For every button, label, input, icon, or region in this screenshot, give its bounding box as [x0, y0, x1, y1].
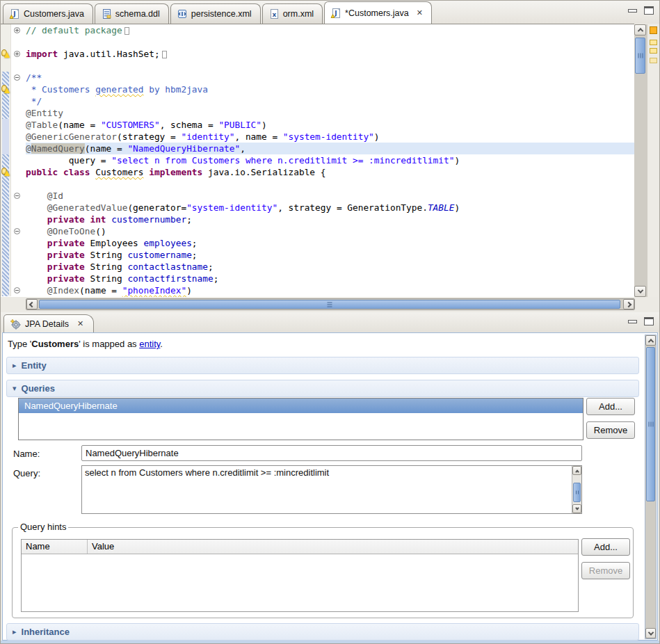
fold-expand-icon[interactable] — [14, 51, 20, 57]
marker-gutter — [1, 119, 10, 131]
maximize-icon[interactable] — [644, 317, 654, 325]
warning-icon[interactable] — [1, 85, 10, 94]
scroll-right-icon[interactable] — [623, 299, 634, 309]
scroll-up-icon[interactable] — [634, 24, 646, 35]
hints-column-value[interactable]: Value — [88, 540, 118, 554]
fold-collapse-icon[interactable] — [14, 193, 20, 199]
code-text — [26, 60, 634, 72]
query-list-item[interactable]: NamedQueryHibernate — [19, 399, 583, 413]
marker-gutter — [1, 24, 10, 36]
warning-marker[interactable] — [650, 48, 657, 54]
named-queries-list[interactable]: NamedQueryHibernate — [18, 398, 583, 440]
code-line: @Index(name = "phoneIndex") — [1, 284, 634, 296]
scroll-down-icon[interactable] — [645, 628, 656, 638]
warning-marker[interactable] — [650, 40, 657, 45]
remove-query-button[interactable]: Remove — [586, 421, 635, 439]
editor-tab-persistence.xml[interactable]: persistence.xml — [170, 3, 261, 24]
query-scrollbar[interactable] — [572, 466, 581, 513]
close-icon[interactable]: ✕ — [77, 320, 83, 328]
minimize-icon[interactable] — [628, 320, 637, 323]
scrollbar-thumb[interactable] — [646, 347, 655, 501]
marker-gutter — [1, 225, 10, 237]
svg-text:J: J — [334, 10, 337, 17]
minimize-icon[interactable] — [628, 9, 637, 13]
scroll-up-icon[interactable] — [645, 335, 656, 346]
fold-gutter — [10, 284, 26, 296]
fold-gutter — [10, 72, 26, 83]
code-line — [1, 178, 634, 190]
hints-column-name[interactable]: Name — [22, 540, 88, 554]
range-indicator — [2, 95, 9, 107]
maximize-icon[interactable] — [644, 6, 654, 15]
tab-label: persistence.xml — [191, 9, 252, 19]
code-line: * Customers generated by hbm2java — [1, 83, 634, 95]
marker-gutter — [1, 95, 10, 107]
folded-region-icon[interactable] — [162, 51, 167, 58]
warning-marker[interactable] — [650, 58, 657, 63]
xml-file-icon: x — [268, 8, 280, 19]
summary-text: . — [160, 339, 163, 349]
name-label: Name: — [13, 449, 40, 459]
code-line: @GenericGenerator(strategy = "identity",… — [1, 131, 634, 143]
scroll-down-icon[interactable] — [572, 504, 581, 513]
editor-tab-customers.java[interactable]: JCustomers.java — [3, 3, 93, 24]
scroll-down-icon[interactable] — [634, 286, 646, 297]
code-text: @GeneratedValue(generator="system-identi… — [26, 202, 634, 214]
code-line: @GeneratedValue(generator="system-identi… — [1, 202, 634, 214]
query-text-box: select n from Customers where n.creditli… — [81, 465, 582, 514]
warning-icon[interactable] — [1, 49, 10, 58]
fold-gutter — [10, 214, 26, 225]
code-text: public class Customers implements java.i… — [26, 166, 634, 178]
folded-region-icon[interactable] — [124, 27, 129, 35]
scrollbar-thumb[interactable] — [39, 300, 620, 309]
close-icon[interactable]: ✕ — [417, 9, 423, 17]
warning-icon[interactable] — [1, 168, 10, 177]
overview-warning-summary-icon[interactable] — [650, 26, 657, 34]
jpa-vertical-scrollbar[interactable] — [645, 335, 657, 639]
editor-tab-schema.ddl[interactable]: schema.ddl — [95, 3, 169, 24]
query-hints-group: Query hints NameValue — [12, 527, 634, 618]
editor-tab-customers.java[interactable]: J*Customers.java✕ — [324, 1, 432, 24]
query-name-input[interactable] — [81, 445, 582, 461]
tab-label: Customers.java — [24, 9, 84, 19]
java-file-warning-icon: J — [9, 8, 20, 19]
scroll-up-icon[interactable] — [572, 466, 581, 475]
code-text: @Entity — [26, 107, 634, 119]
fold-gutter — [10, 60, 26, 72]
fold-collapse-icon[interactable] — [14, 287, 20, 293]
code-line — [1, 36, 634, 48]
fold-gutter — [10, 249, 26, 261]
scroll-left-icon[interactable] — [26, 299, 38, 309]
scrollbar-thumb[interactable] — [635, 38, 645, 74]
add-query-button[interactable]: Add... — [586, 398, 635, 415]
query-text-input[interactable]: select n from Customers where n.creditli… — [83, 467, 571, 513]
remove-hint-button[interactable]: Remove — [581, 562, 630, 579]
code-line: import java.util.HashSet; — [1, 48, 634, 60]
code-line: public class Customers implements java.i… — [1, 166, 634, 178]
fold-collapse-icon[interactable] — [14, 228, 20, 234]
code-text: private int customernumber; — [26, 214, 634, 225]
editor-tab-orm.xml[interactable]: xorm.xml — [262, 3, 323, 24]
tab-jpa-details[interactable]: JPA Details ✕ — [3, 314, 94, 332]
fold-collapse-icon[interactable] — [14, 74, 20, 81]
java-file-warning-icon: J — [330, 8, 341, 19]
fold-gutter — [10, 24, 26, 36]
range-indicator — [2, 131, 9, 143]
code-editor[interactable]: // default packageimport java.util.HashS… — [1, 24, 634, 297]
query-hints-table[interactable]: NameValue — [21, 539, 579, 612]
add-hint-button[interactable]: Add... — [581, 538, 630, 556]
editor-horizontal-scrollbar[interactable] — [26, 298, 635, 310]
marker-gutter — [1, 249, 10, 261]
editor-vertical-scrollbar[interactable] — [634, 24, 647, 297]
section-entity[interactable]: ▸ Entity — [6, 357, 639, 374]
overview-ruler[interactable] — [648, 24, 659, 297]
query-label: Query: — [13, 468, 40, 478]
entity-link[interactable]: entity — [139, 339, 160, 349]
code-text: @NamedQuery(name = "NamedQueryHibernate"… — [26, 143, 634, 154]
section-inheritance[interactable]: ▸ Inheritance — [6, 623, 639, 641]
marker-gutter — [1, 261, 10, 273]
scrollbar-thumb[interactable] — [573, 483, 581, 502]
section-queries[interactable]: ▾ Queries — [6, 380, 639, 397]
fold-expand-icon[interactable] — [14, 27, 20, 33]
marker-gutter — [1, 190, 10, 202]
